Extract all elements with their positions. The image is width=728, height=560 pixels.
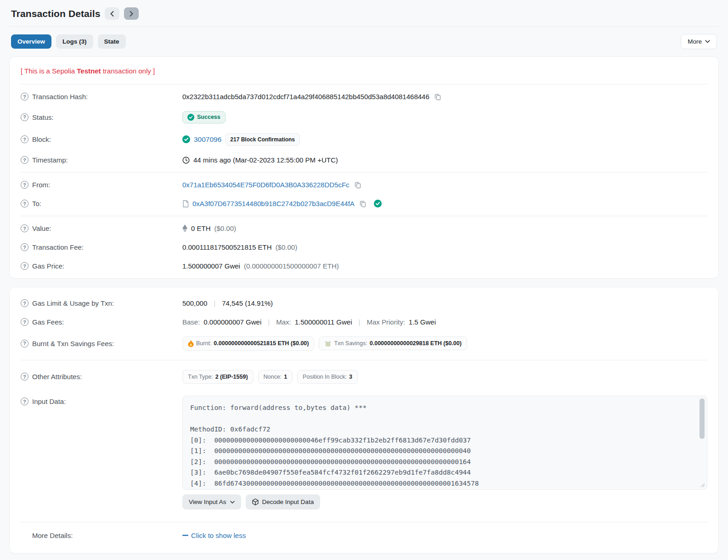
timestamp-value: 44 mins ago (Mar-02-2023 12:55:00 PM +UT…	[193, 156, 338, 164]
position-in-block-value: 3	[349, 374, 352, 380]
details-card: ? Gas Limit & Usage by Txn: 500,000 | 74…	[9, 287, 719, 554]
gas-used-value: 74,545 (14.91%)	[222, 299, 273, 307]
page-title: Transaction Details	[11, 8, 100, 19]
tab-logs[interactable]: Logs (3)	[56, 34, 93, 49]
gas-limit-value: 500,000	[182, 299, 207, 307]
chevron-right-icon	[130, 11, 133, 17]
help-icon[interactable]: ?	[21, 299, 28, 307]
divider	[21, 360, 707, 360]
contract-file-icon	[182, 200, 189, 207]
clock-icon	[182, 157, 190, 164]
next-transaction-button[interactable]	[124, 7, 139, 20]
gas-price-amount: 1.500000007 Gwei	[182, 262, 240, 270]
input-data-row: ? Input Data: Function: forward(address …	[21, 388, 707, 515]
more-details-row: More Details: Click to show less	[21, 525, 707, 546]
to-label: To:	[32, 200, 41, 207]
status-label: Status:	[32, 113, 54, 121]
help-icon[interactable]: ?	[21, 156, 28, 164]
input-data-box[interactable]: Function: forward(address to,bytes data)…	[182, 396, 707, 490]
show-less-label: Click to show less	[191, 532, 246, 539]
max-fee-label: Max:	[276, 318, 291, 326]
help-icon[interactable]: ?	[21, 398, 28, 405]
more-details-label: More Details:	[32, 532, 73, 539]
gas-price-row: ? Gas Price: 1.500000007 Gwei (0.0000000…	[21, 257, 707, 275]
block-number-link[interactable]: 3007096	[194, 135, 221, 144]
transaction-fee-amount: 0.000111817500521815 ETH	[182, 243, 272, 251]
block-confirmations-badge: 217 Block Confirmations	[225, 133, 300, 146]
block-label: Block:	[32, 135, 51, 143]
help-icon[interactable]: ?	[21, 113, 28, 121]
copy-icon[interactable]	[353, 181, 362, 189]
txn-savings-label: Txn Savings:	[334, 340, 367, 347]
gas-price-label: Gas Price:	[32, 262, 64, 270]
other-attributes-row: ? Other Attributes: Txn Type: 2 (EIP-155…	[21, 365, 707, 388]
base-fee-value: 0.000000007 Gwei	[203, 318, 261, 326]
divider	[21, 172, 707, 173]
value-usd: ($0.00)	[214, 224, 237, 232]
help-icon[interactable]: ?	[21, 243, 28, 251]
show-less-link[interactable]: Click to show less	[182, 532, 246, 539]
copy-icon[interactable]	[433, 93, 442, 101]
to-address-link[interactable]: 0xA3f07D6773514480b918C2742b027b3acD9E44…	[192, 200, 355, 207]
gas-limit-row: ? Gas Limit & Usage by Txn: 500,000 | 74…	[21, 294, 707, 313]
to-row: ? To: 0xA3f07D6773514480b918C2742b027b3a…	[21, 194, 707, 213]
testnet-notice: [ This is a Sepolia Testnet transaction …	[21, 60, 707, 81]
prev-transaction-button[interactable]	[105, 7, 119, 20]
input-data-text: Function: forward(address to,bytes data)…	[190, 403, 693, 490]
divider	[21, 522, 707, 522]
help-icon[interactable]: ?	[21, 373, 28, 381]
help-icon[interactable]: ?	[21, 135, 28, 143]
txn-type-badge: Txn Type: 2 (EIP-1559)	[182, 370, 254, 384]
timestamp-label: Timestamp:	[32, 156, 68, 164]
nonce-badge: Nonce: 1	[258, 370, 293, 384]
ethereum-icon	[182, 224, 187, 232]
txn-savings-badge: Txn Savings: 0.00000000000029818 ETH ($0…	[319, 336, 467, 350]
fire-icon	[188, 340, 194, 347]
help-icon[interactable]: ?	[21, 340, 28, 347]
notice-bold: Testnet	[77, 67, 101, 75]
input-data-label: Input Data:	[32, 398, 66, 405]
copy-icon[interactable]	[358, 200, 367, 207]
help-icon[interactable]: ?	[21, 181, 28, 189]
help-icon[interactable]: ?	[21, 318, 28, 326]
help-icon[interactable]: ?	[21, 262, 28, 270]
block-row: ? Block: 3007096 217 Block Confirmations	[21, 128, 707, 151]
tab-state[interactable]: State	[98, 34, 126, 49]
position-in-block-badge: Position In Block: 3	[297, 370, 358, 384]
position-in-block-label: Position In Block:	[303, 374, 347, 380]
timestamp-row: ? Timestamp: 44 mins ago (Mar-02-2023 12…	[21, 151, 707, 169]
help-icon[interactable]: ?	[21, 93, 28, 101]
max-priority-fee-label: Max Priority:	[367, 318, 405, 326]
gas-fees-label: Gas Fees:	[32, 318, 64, 326]
transaction-fee-row: ? Transaction Fee: 0.000111817500521815 …	[21, 238, 707, 257]
decode-input-data-button[interactable]: Decode Input Data	[246, 494, 321, 510]
transaction-fee-usd: ($0.00)	[276, 243, 298, 251]
money-wings-icon	[324, 341, 332, 347]
burnt-fees-row: ? Burnt & Txn Savings Fees: Burnt: 0.000…	[21, 331, 707, 355]
value-row: ? Value: 0 ETH ($0.00)	[21, 219, 707, 238]
chevron-down-icon	[230, 501, 235, 504]
check-circle-icon	[187, 114, 194, 121]
from-address-link[interactable]: 0x71a1Eb6534054E75F0D6fD0A3B0A336228DD5c…	[182, 181, 350, 189]
burnt-value: 0.000000000000521815 ETH ($0.00)	[214, 340, 309, 347]
minus-icon	[182, 535, 188, 536]
view-input-as-button[interactable]: View Input As	[182, 494, 241, 510]
base-fee-label: Base:	[182, 318, 200, 326]
separator: |	[265, 318, 272, 326]
resize-grip-icon[interactable]	[700, 483, 706, 488]
cube-icon	[252, 498, 259, 505]
max-priority-fee-value: 1.5 Gwei	[409, 318, 436, 326]
divider	[21, 216, 707, 216]
tab-overview[interactable]: Overview	[11, 34, 51, 49]
page-header: Transaction Details	[9, 6, 719, 26]
other-attributes-label: Other Attributes:	[32, 373, 82, 381]
more-dropdown-button[interactable]: More	[681, 34, 717, 49]
scrollbar-thumb[interactable]	[700, 398, 705, 439]
help-icon[interactable]: ?	[21, 224, 28, 232]
separator: |	[356, 318, 363, 326]
help-icon[interactable]: ?	[21, 200, 28, 207]
separator: |	[211, 299, 218, 307]
max-fee-value: 1.500000011 Gwei	[295, 318, 352, 326]
txn-savings-value: 0.00000000000029818 ETH ($0.00)	[370, 340, 462, 347]
txn-type-value: 2 (EIP-1559)	[215, 374, 248, 380]
